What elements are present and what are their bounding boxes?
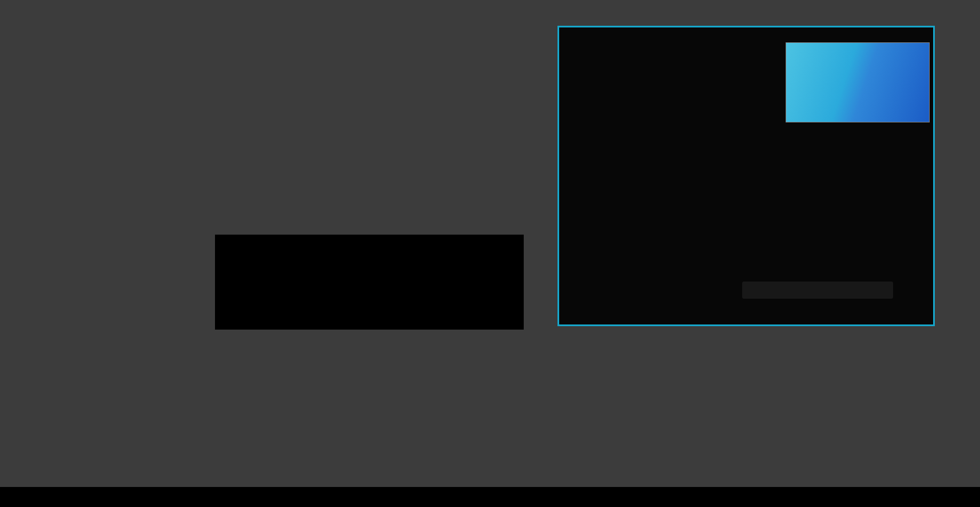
colorchecker-window [0, 0, 980, 507]
cie-zoom-inset [786, 42, 930, 122]
rgb-triplet-label [742, 282, 893, 299]
cie-panel [557, 26, 935, 326]
swatch-comparison-panel [215, 235, 524, 330]
bottom-bar [0, 487, 980, 507]
